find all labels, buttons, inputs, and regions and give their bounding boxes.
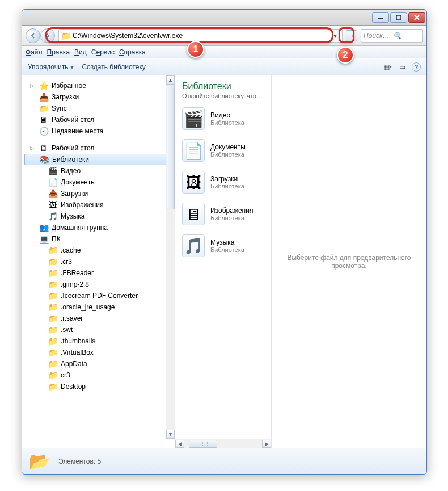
menu-view[interactable]: Вид <box>74 48 87 56</box>
menu-bar: Файл Правка Вид Сервис Справка <box>22 46 426 58</box>
video-icon: 🎬 <box>48 166 57 175</box>
library-item[interactable]: 🎬ВидеоБиблиотека <box>182 107 264 130</box>
tree-item[interactable]: 📁.swt <box>22 324 175 335</box>
libraries-icon: 📂 <box>28 451 50 472</box>
pc-icon: 💻 <box>39 234 48 244</box>
tree-item[interactable]: 📥Загрузки <box>22 188 175 199</box>
search-box[interactable]: Поиск: Биб… 🔍 <box>361 29 423 43</box>
tree-item[interactable]: 📁.cr3 <box>22 256 175 267</box>
tree-item[interactable]: 📥Загрузки <box>22 91 175 103</box>
document-icon: 📄 <box>182 139 205 162</box>
status-bar: 📂 Элементов: 5 <box>22 448 426 474</box>
image-icon: 🖼 <box>48 200 57 209</box>
content-title: Библиотеки <box>182 81 264 91</box>
explorer-window: 📁 ▾ → Поиск: Биб… 🔍 Файл Правка Вид Серв… <box>22 9 427 475</box>
folder-icon: 📁 <box>39 104 48 113</box>
tree-item[interactable]: 📁.r.saver <box>22 313 175 324</box>
maximize-button[interactable] <box>390 12 407 23</box>
tree-item[interactable]: 🕘Недавние места <box>22 125 175 137</box>
folder-icon: 📁 <box>48 325 57 334</box>
music-icon: 🎵 <box>48 212 57 221</box>
tree-item[interactable]: 🖥Рабочий стол <box>22 114 175 125</box>
folder-icon: 📁 <box>48 337 57 346</box>
star-icon: ⭐ <box>39 81 48 90</box>
forward-button[interactable] <box>40 28 55 43</box>
preview-empty-text: Выберите файл для предварительного просм… <box>283 254 415 270</box>
music-icon: 🎵 <box>182 234 205 257</box>
sidebar-scrollbar[interactable]: ▲▼ <box>166 75 175 439</box>
tree-item[interactable]: 📄Документы <box>22 177 175 188</box>
tree-favorites[interactable]: ▷⭐Избранное <box>22 80 175 91</box>
titlebar <box>22 10 426 26</box>
tree-item[interactable]: 🖼Изображения <box>22 199 175 211</box>
menu-edit[interactable]: Правка <box>47 48 70 56</box>
tree-item[interactable]: 📁.cache <box>22 245 175 256</box>
search-placeholder: Поиск: Биб… <box>364 32 391 40</box>
folder-icon: 📁 <box>48 268 57 278</box>
tree-item[interactable]: 📁AppData <box>22 358 175 370</box>
content-area: ▷⭐Избранное 📥Загрузки 📁Sync 🖥Рабочий сто… <box>22 75 426 448</box>
tree-item[interactable]: 📁.FBReader <box>22 267 175 279</box>
help-button[interactable]: ? <box>412 62 421 72</box>
tree-item[interactable]: 📁Sync <box>22 103 175 114</box>
download-icon: 🖼 <box>182 171 205 194</box>
navigation-bar: 📁 ▾ → Поиск: Биб… 🔍 <box>22 26 426 46</box>
tree-pc[interactable]: 💻ПК <box>22 233 175 245</box>
go-button[interactable]: → <box>346 30 357 41</box>
tree-homegroup[interactable]: 👥Домашняя группа <box>22 222 175 233</box>
search-icon: 🔍 <box>393 32 420 40</box>
tree-item[interactable]: 📁.thumbnails <box>22 335 175 347</box>
tree-item[interactable]: 📁.gimp-2.8 <box>22 279 175 290</box>
organize-button[interactable]: Упорядочить ▾ <box>28 63 74 71</box>
desktop-icon: 🖥 <box>39 115 48 124</box>
tree-item[interactable]: 🎵Музыка <box>22 211 175 222</box>
tree-item[interactable]: 📁.VirtualBox <box>22 347 175 358</box>
folder-icon: 📁 <box>48 280 57 289</box>
library-item[interactable]: 🎵МузыкаБиблиотека <box>182 234 264 257</box>
horizontal-scrollbar[interactable]: ◀⋮⋮⋮▶ <box>175 439 271 448</box>
folder-icon: 📁 <box>48 382 57 391</box>
tree-item[interactable]: 🎬Видео <box>22 165 175 177</box>
folder-icon: 📁 <box>48 359 57 368</box>
folder-icon: 📁 <box>48 371 57 380</box>
minimize-button[interactable] <box>372 12 389 23</box>
download-icon: 📥 <box>48 189 57 198</box>
view-options-button[interactable]: ▦▾ <box>382 62 392 72</box>
desktop-icon: 🖥 <box>39 144 48 153</box>
library-item[interactable]: 🖥ИзображенияБиблиотека <box>182 203 264 225</box>
folder-icon: 📁 <box>48 303 57 312</box>
download-icon: 📥 <box>39 93 48 102</box>
folder-icon: 📁 <box>48 348 57 357</box>
menu-file[interactable]: Файл <box>26 48 43 56</box>
tree-item[interactable]: 📁.Icecream PDF Converter <box>22 290 175 301</box>
close-button[interactable] <box>408 12 425 23</box>
recent-icon: 🕘 <box>39 127 48 136</box>
folder-icon: 📁 <box>61 31 70 40</box>
content-subtitle: Откройте библиотеку, что… <box>182 93 264 99</box>
address-bar[interactable]: 📁 ▾ <box>58 29 343 43</box>
annotation-badge-1: 1 <box>187 41 204 58</box>
preview-pane-button[interactable]: ▭ <box>397 62 407 72</box>
tree-desktop[interactable]: ▷🖥Рабочий стол <box>22 142 175 154</box>
new-library-button[interactable]: Создать библиотеку <box>82 63 145 71</box>
video-icon: 🎬 <box>182 107 205 130</box>
tree-item[interactable]: 📁cr3 <box>22 370 175 381</box>
image-icon: 🖥 <box>182 203 205 225</box>
folder-icon: 📁 <box>48 246 57 255</box>
address-input[interactable] <box>73 32 328 40</box>
tree-item[interactable]: 📁Desktop <box>22 381 175 392</box>
navigation-pane: ▷⭐Избранное 📥Загрузки 📁Sync 🖥Рабочий сто… <box>22 75 175 448</box>
address-dropdown[interactable]: ▾ <box>331 32 340 40</box>
menu-tools[interactable]: Сервис <box>91 48 115 56</box>
svg-rect-1 <box>396 15 401 20</box>
document-icon: 📄 <box>48 178 57 187</box>
menu-help[interactable]: Справка <box>119 48 146 56</box>
annotation-badge-2: 2 <box>337 47 354 64</box>
main-pane: Библиотеки Откройте библиотеку, что… 🎬Ви… <box>175 75 426 448</box>
library-item[interactable]: 🖼ЗагрузкиБиблиотека <box>182 171 264 194</box>
library-item[interactable]: 📄ДокументыБиблиотека <box>182 139 264 162</box>
tree-item[interactable]: 📁.oracle_jre_usage <box>22 301 175 313</box>
item-count: Элементов: 5 <box>58 458 101 465</box>
back-button[interactable] <box>26 28 40 43</box>
tree-libraries[interactable]: 📚Библиотеки <box>24 154 172 165</box>
